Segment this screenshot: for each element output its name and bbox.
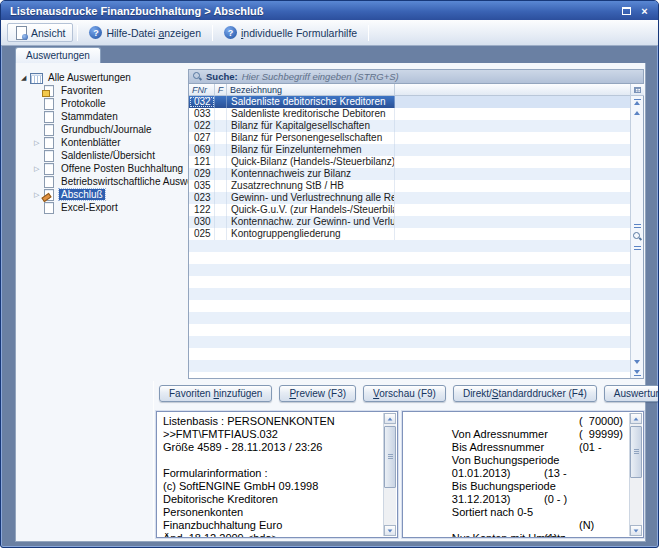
grid-header: FNr F Bezeichnung [189,84,630,96]
cell-bezeichnung: Quick-Bilanz (Handels-/Steuerbilanz) [227,156,395,168]
list-view-icon[interactable] [631,221,644,232]
toolbar-button-label: Ansicht [31,27,65,39]
info-line: Größe 4589 - 28.11.2013 / 23:26 [163,441,381,454]
column-header-fnr[interactable]: FNr [189,84,215,95]
tree-expand-icon[interactable] [34,164,43,173]
cell-fnr: 029 [189,168,215,180]
parameter-value: (01 - [579,441,602,454]
tree-item-label: Offene Posten Buchhaltung [59,163,185,174]
cell-f [215,96,227,108]
scrollbar-thumb[interactable] [384,426,396,488]
action-button[interactable]: Direkt/Standarddrucker (F4) [453,385,597,402]
table-row[interactable]: 029 Kontennachweis zur Bilanz [189,168,630,180]
toolbar-button-label: Hilfe-Datei anzeigen [106,27,201,39]
form-icon [43,189,56,200]
filter-list-icon[interactable] [631,243,644,254]
cell-f [215,144,227,156]
cell-fnr: 035 [189,180,215,192]
tree-item[interactable]: Saldenliste/Übersicht [21,149,183,162]
cell-bezeichnung: Gewinn- und Verlustrechnung alle Rechtsf… [227,192,395,204]
parameter-info-text: Von Adressnummer ( 70000) Bis Adressnumm… [409,415,627,537]
table-row[interactable]: 035 Zusatzrechnung StB / HB [189,180,630,192]
table-row[interactable]: 032 Saldenliste debitorische Kreditoren [189,96,630,108]
cell-empty [395,216,630,228]
tree-item-label: Kontenblätter [59,137,123,148]
action-button[interactable]: Auswertung drucken [604,385,659,402]
tree-item[interactable]: Betriebswirtschaftliche Auswertungen [21,175,183,188]
cell-empty [395,108,630,120]
cell-bezeichnung: Quick-G.u.V. (zur Handels-/Steuerbilanz) [227,204,395,216]
info-panels: Listenbasis : PERSONENKONTEN>>FMT\FMTFIA… [156,411,644,538]
restore-icon [622,7,631,15]
tree-item[interactable]: Excel-Export [21,201,183,214]
tree-item[interactable]: Favoriten [21,84,183,97]
restore-button[interactable] [619,4,634,17]
scroll-up-button[interactable] [630,413,642,424]
cell-empty [395,144,630,156]
cell-f [215,168,227,180]
scroll-down-button[interactable] [630,525,642,536]
list-info-text: Listenbasis : PERSONENKONTEN>>FMT\FMTFIA… [163,415,381,537]
table-row[interactable]: 025 Kontogruppengliederung [189,228,630,240]
parameter-line: Nur Konten mit Umsatz (N) [409,519,627,532]
parameter-value: (N) [579,519,594,532]
table-row[interactable]: 033 Saldenliste kreditorische Debitoren [189,108,630,120]
table-row[interactable]: 027 Bilanz für Personengesellschaften [189,132,630,144]
tree-expand-icon[interactable] [34,138,43,147]
down-arrow-icon [388,529,393,532]
tree-item[interactable]: Offene Posten Buchhaltung [21,162,183,175]
table-row[interactable]: 030 Kontennachw. zur Gewinn- und Verlust… [189,216,630,228]
toolbar-button[interactable]: Hilfe-Datei anzeigen [82,24,208,41]
action-button[interactable]: Favoriten hinzufügen [159,385,272,402]
cell-fnr: 121 [189,156,215,168]
column-select-button[interactable] [631,84,644,96]
parameter-value: (0 - ) [544,493,567,506]
help-icon [224,26,237,39]
tree-item[interactable]: Abschluß [21,188,183,201]
cell-f [215,228,227,240]
toolbar-button[interactable]: individuelle Formularhilfe [217,24,364,41]
up-arrow-icon [634,417,639,420]
parameter-scrollbar[interactable] [629,413,642,536]
info-line: Listenbasis : PERSONENKONTEN [163,415,381,428]
tree-item-label: Saldenliste/Übersicht [59,150,157,161]
toolbar-button[interactable]: Ansicht [7,23,73,42]
table-row[interactable]: 022 Bilanz für Kapitalgesellschaften [189,120,630,132]
scrollbar-thumb[interactable] [630,426,642,478]
table-row[interactable]: 121 Quick-Bilanz (Handels-/Steuerbilanz) [189,156,630,168]
cell-f [215,216,227,228]
tree-item[interactable]: Kontenblätter [21,136,183,149]
tree-item[interactable]: Grundbuch/Journale [21,123,183,136]
cell-empty [395,156,630,168]
cell-fnr: 032 [189,96,215,108]
list-info-scrollbar[interactable] [383,413,396,536]
table-row[interactable]: 023 Gewinn- und Verlustrechnung alle Rec… [189,192,630,204]
close-button[interactable]: × [637,4,652,17]
tree-item[interactable]: Alle Auswertungen [21,71,183,84]
parameter-value: (1) [544,532,557,537]
info-line: Finanzbuchhaltung Euro [163,519,381,532]
action-button[interactable]: Preview (F3) [279,385,356,402]
tab-auswertungen[interactable]: Auswertungen [15,47,101,63]
search-input[interactable] [242,71,643,82]
grid-icon [634,87,641,93]
tree-item[interactable]: Stammdaten [21,110,183,123]
toolbar-separator [77,25,78,41]
tree-item[interactable]: Protokolle [21,97,183,110]
scroll-up-button[interactable] [631,107,644,118]
document-icon [43,111,56,122]
action-button[interactable]: Vorschau (F9) [363,385,446,402]
table-row[interactable]: 122 Quick-G.u.V. (zur Handels-/Steuerbil… [189,204,630,216]
search-tool-icon[interactable] [631,232,644,243]
column-header-bezeichnung[interactable]: Bezeichnung [227,84,395,95]
go-first-button[interactable] [631,96,644,107]
scroll-down-button[interactable] [384,525,396,536]
scroll-up-button[interactable] [384,413,396,424]
action-button-row: Favoriten hinzufügenPreview (F3)Vorschau… [159,385,643,403]
go-last-button[interactable] [631,367,644,378]
column-header-f[interactable]: F [215,84,227,95]
tree-expand-icon[interactable] [21,73,30,82]
table-row[interactable]: 069 Bilanz für Einzelunternehmen [189,144,630,156]
window-title: Listenausdrucke Finanzbuchhaltung > Absc… [10,5,616,17]
scroll-down-button[interactable] [631,356,644,367]
